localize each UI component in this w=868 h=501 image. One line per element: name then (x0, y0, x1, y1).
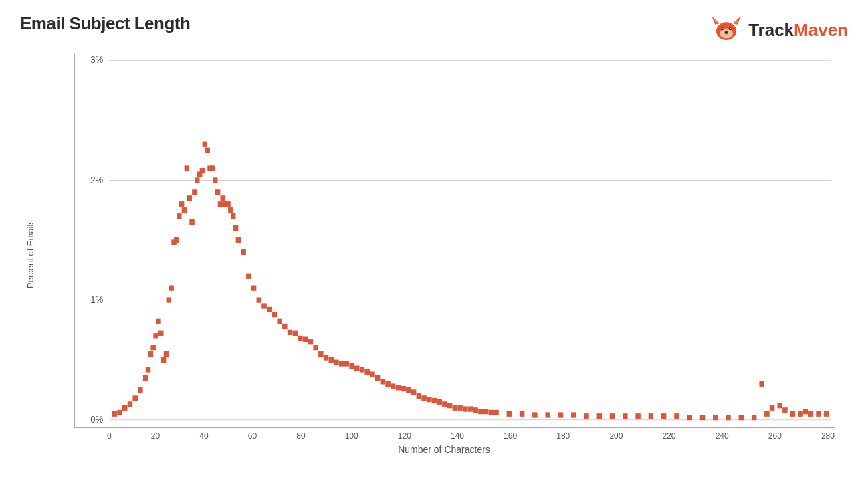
data-point (143, 375, 148, 381)
data-point (288, 330, 293, 335)
y-tick-label: 1% (90, 294, 103, 305)
data-point (457, 405, 463, 411)
data-point (122, 405, 128, 411)
data-point (313, 345, 318, 350)
x-tick-label: 0 (107, 431, 112, 441)
data-point (277, 319, 282, 324)
data-point (233, 225, 239, 231)
data-point (215, 189, 221, 195)
data-point (752, 415, 757, 420)
data-point (213, 177, 218, 183)
data-point (205, 148, 210, 153)
data-point (649, 413, 654, 419)
data-point (298, 336, 303, 341)
data-point (798, 411, 803, 417)
x-tick-label: 60 (248, 431, 257, 441)
chart-title: Email Subject Length (20, 13, 190, 34)
logo-text: TrackMaven (748, 20, 848, 41)
header: Email Subject Length (20, 13, 848, 47)
data-point (185, 165, 190, 171)
data-point (759, 381, 764, 387)
data-point (360, 367, 365, 372)
data-point (623, 413, 628, 419)
data-point (150, 345, 156, 350)
data-point (473, 407, 478, 413)
data-point (421, 395, 427, 401)
data-point (447, 403, 453, 408)
data-point (558, 412, 564, 417)
data-point (661, 413, 667, 419)
data-point (610, 413, 615, 419)
data-point (489, 410, 494, 415)
data-point (146, 367, 151, 372)
data-point (148, 351, 154, 357)
data-point (203, 142, 208, 147)
y-axis-label: Percent of Emails (20, 54, 40, 455)
data-point (674, 413, 679, 419)
data-point (483, 409, 489, 414)
data-point (824, 411, 829, 417)
data-point (167, 297, 172, 302)
data-point (427, 397, 432, 402)
data-point (584, 413, 589, 419)
x-tick-label: 100 (345, 431, 358, 441)
data-point (478, 409, 483, 414)
data-point (713, 415, 718, 420)
data-point (161, 357, 167, 363)
chart-wrapper: Percent of Emails 3%2%1%0% 0204060801001… (20, 54, 848, 455)
data-point (437, 399, 442, 405)
x-tick-label: 160 (504, 431, 517, 441)
x-tick-label: 180 (556, 431, 570, 441)
y-tick-label: 3% (90, 54, 103, 66)
data-point (432, 398, 437, 403)
logo-area: TrackMaven (710, 13, 848, 47)
data-point (339, 361, 344, 366)
data-point (344, 361, 350, 366)
x-tick-label: 280 (821, 431, 835, 441)
data-point (210, 165, 215, 171)
x-tick-label: 140 (451, 431, 464, 441)
data-point (816, 411, 821, 417)
data-point (396, 385, 401, 390)
data-point (138, 387, 143, 393)
data-point (770, 405, 775, 411)
x-tick-label: 80 (296, 431, 305, 441)
data-point (494, 410, 499, 415)
data-point (354, 366, 360, 371)
logo-prefix: Track (748, 20, 794, 40)
data-point (334, 360, 339, 365)
x-tick-label: 20 (151, 431, 160, 441)
x-tick-label: 40 (199, 431, 208, 441)
data-point (532, 412, 538, 417)
data-point (442, 401, 447, 407)
data-point (272, 312, 278, 317)
data-point (782, 407, 788, 413)
scatter-plot: 3%2%1%0% (75, 54, 835, 427)
data-point (700, 415, 706, 420)
data-point (406, 387, 411, 393)
x-tick-label: 200 (609, 431, 623, 441)
data-point (261, 303, 267, 308)
data-point (231, 213, 236, 219)
data-point (164, 351, 169, 357)
data-point (182, 207, 187, 213)
data-point (391, 383, 396, 389)
data-point (803, 409, 808, 414)
data-point (169, 286, 174, 291)
x-axis-labels: 020406080100120140160180200220240260280 (107, 431, 835, 441)
data-point (370, 371, 375, 377)
data-point (597, 413, 603, 419)
data-point (282, 324, 288, 329)
data-point (241, 249, 246, 255)
data-point (520, 411, 525, 417)
data-point (349, 363, 354, 369)
data-point (808, 411, 814, 417)
data-point (507, 411, 512, 417)
data-point (463, 406, 468, 411)
data-point (195, 177, 200, 183)
data-point (257, 297, 262, 302)
data-point (571, 412, 576, 417)
data-point (179, 201, 185, 207)
data-point (192, 189, 197, 195)
data-point (246, 274, 251, 279)
